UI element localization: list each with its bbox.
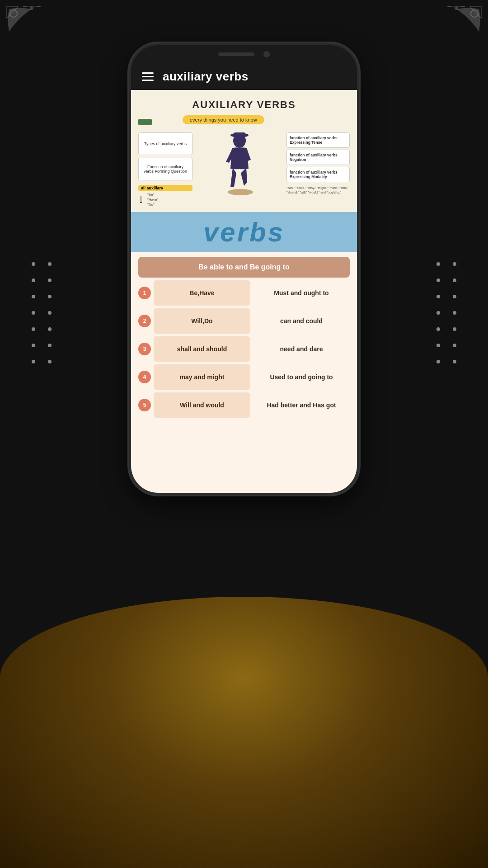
card-forming-question[interactable]: Function of auxiliary verbs Forming Ques…	[138, 158, 192, 180]
cell-will-would[interactable]: Will and would	[154, 392, 250, 418]
card-expressing-tense[interactable]: function of auxiliary verbs Expressing T…	[286, 132, 350, 148]
row-number-3: 3	[138, 343, 151, 355]
verbs-banner-text: verbs	[131, 217, 357, 248]
svg-point-3	[455, 6, 458, 10]
app-title: auxiliary verbs	[163, 70, 249, 84]
list-row-5: 5 Will and would Had better and Has got	[138, 392, 350, 418]
corner-ornament-tr	[429, 5, 483, 59]
phone-camera	[263, 51, 270, 57]
cell-may-might[interactable]: may and might	[154, 364, 250, 390]
auxiliary-list-be-have-do: "Be" "Have" "Do"	[147, 192, 158, 208]
infographic-left-cards: Types of auxiliary verbs Function of aux…	[138, 132, 192, 208]
cell-will-do[interactable]: Will,Do	[154, 308, 250, 334]
svg-rect-8	[234, 132, 245, 137]
list-row-4: 4 may and might Used to and going to	[138, 364, 350, 390]
auxiliary-list-modals: "can," "could," "may," "might," "must," …	[286, 186, 350, 195]
cell-used-to-going[interactable]: Used to and going to	[253, 364, 350, 390]
row-number-4: 4	[138, 371, 151, 383]
row-number-5: 5	[138, 399, 151, 411]
phone-device: auxiliary verbs AUXILIARY VERBS every th…	[131, 45, 357, 493]
card-types[interactable]: Types of auxiliary verbs	[138, 132, 192, 155]
cell-need-dare[interactable]: need and dare	[253, 336, 350, 362]
cell-shall-should[interactable]: shall and should	[154, 336, 250, 362]
infographic-title: AUXILIARY VERBS	[138, 99, 350, 111]
infographic-center-figure	[196, 132, 283, 196]
list-row-2: 2 Will,Do can and could	[138, 308, 350, 334]
infographic-body: Types of auxiliary verbs Function of aux…	[138, 132, 350, 208]
verbs-banner: verbs	[131, 212, 357, 252]
infographic-right-cards: function of auxiliary verbs Expressing T…	[286, 132, 350, 195]
phone-speaker	[218, 52, 254, 56]
row-number-2: 2	[138, 315, 151, 327]
cell-can-could[interactable]: can and could	[253, 308, 350, 334]
hamburger-menu-button[interactable]	[142, 72, 154, 81]
infographic-subtitle: every things you need to know	[183, 115, 264, 124]
all-auxiliary-label: all auxiliary	[138, 185, 192, 191]
card-expressing-modality[interactable]: function of auxiliary verbs Expressing M…	[286, 167, 350, 182]
cell-had-better[interactable]: Had better and Has got	[253, 392, 350, 418]
cell-be-have[interactable]: Be,Have	[154, 280, 250, 306]
list-row-3: 3 shall and should need and dare	[138, 336, 350, 362]
podium	[0, 597, 488, 868]
dots-left	[32, 262, 52, 363]
svg-point-1	[30, 6, 33, 10]
app-header: auxiliary verbs	[131, 63, 357, 90]
cell-must-ought[interactable]: Must and ought to	[253, 280, 350, 306]
infographic-section: AUXILIARY VERBS every things you need to…	[131, 90, 357, 212]
svg-point-9	[228, 189, 253, 195]
app-content: AUXILIARY VERBS every things you need to…	[131, 90, 357, 493]
phone-notch	[131, 45, 357, 63]
card-negation[interactable]: function of auxiliary verbs Negation	[286, 150, 350, 165]
feature-row-top[interactable]: Be able to and Be going to	[138, 257, 350, 278]
dots-right	[436, 262, 456, 363]
corner-ornament-tl	[5, 5, 59, 59]
list-section: Be able to and Be going to 1 Be,Have Mus…	[131, 252, 357, 493]
list-row-1: 1 Be,Have Must and ought to	[138, 280, 350, 306]
row-number-1: 1	[138, 287, 151, 299]
figure-silhouette	[219, 132, 260, 196]
